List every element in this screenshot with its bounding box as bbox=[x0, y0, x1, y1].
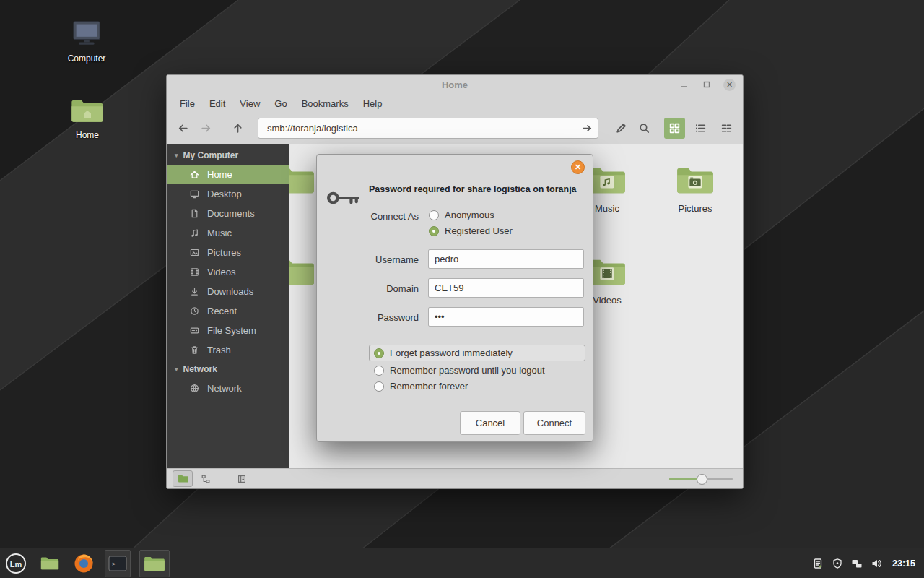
sidebar-item-network[interactable]: Network bbox=[167, 379, 289, 398]
computer-icon bbox=[70, 19, 103, 49]
maximize-button[interactable] bbox=[700, 78, 713, 91]
menu-bookmarks[interactable]: Bookmarks bbox=[295, 95, 356, 112]
radio-circle[interactable] bbox=[429, 226, 439, 236]
radio-registered-user[interactable]: Registered User bbox=[429, 225, 513, 236]
volume-tray-button[interactable] bbox=[870, 557, 883, 570]
key-icon bbox=[326, 186, 361, 210]
grid-view-icon bbox=[668, 122, 681, 134]
file-item-pictures[interactable]: Pictures bbox=[655, 163, 735, 214]
radio-circle[interactable] bbox=[374, 381, 384, 392]
sidebar-item-videos[interactable]: Videos bbox=[167, 262, 289, 282]
menubar: File Edit View Go Bookmarks Help bbox=[167, 94, 743, 113]
compact-view-icon bbox=[720, 122, 733, 134]
desktop-icon bbox=[189, 189, 200, 199]
zoom-handle[interactable] bbox=[697, 474, 707, 485]
menu-help[interactable]: Help bbox=[356, 95, 390, 112]
cancel-button[interactable]: Cancel bbox=[460, 411, 520, 435]
places-toggle-button[interactable] bbox=[173, 470, 193, 487]
desktop-icon-home[interactable]: Home bbox=[53, 95, 122, 140]
network-tray-button[interactable] bbox=[850, 557, 863, 570]
menu-file[interactable]: File bbox=[173, 95, 202, 112]
tray-notes-button[interactable] bbox=[811, 557, 824, 570]
password-dialog: ✕ Password required for share logistica … bbox=[316, 154, 593, 442]
username-label: Username bbox=[317, 254, 419, 265]
system-tray: 23:15 bbox=[811, 557, 924, 570]
minimize-button[interactable] bbox=[677, 78, 690, 91]
location-bar[interactable] bbox=[258, 118, 598, 139]
compact-view-button[interactable] bbox=[716, 118, 737, 139]
zoom-slider[interactable] bbox=[669, 478, 733, 480]
location-input[interactable] bbox=[266, 122, 581, 134]
statusbar bbox=[167, 468, 743, 488]
pane-icon bbox=[237, 474, 247, 484]
radio-circle[interactable] bbox=[374, 366, 384, 376]
sidebar-item-pictures[interactable]: Pictures bbox=[167, 243, 289, 262]
menu-edit[interactable]: Edit bbox=[202, 95, 232, 112]
domain-field[interactable] bbox=[428, 278, 584, 298]
edit-location-icon bbox=[615, 122, 627, 134]
tree-icon bbox=[201, 474, 211, 484]
sidebar-item-file-system[interactable]: File System bbox=[167, 321, 289, 340]
sidebar-section-my-computer[interactable]: ▾ My Computer bbox=[167, 146, 289, 165]
files-icon bbox=[40, 555, 60, 571]
firefox-icon bbox=[74, 553, 94, 574]
radio-anonymous[interactable]: Anonymous bbox=[429, 210, 494, 220]
network-icon bbox=[851, 558, 863, 569]
sidebar-item-music[interactable]: Music bbox=[167, 223, 289, 243]
radio-forget-password[interactable]: Forget password immediately bbox=[369, 345, 585, 361]
videos-icon bbox=[189, 267, 200, 277]
username-field[interactable] bbox=[428, 249, 584, 269]
desktop-icon-computer[interactable]: Computer bbox=[52, 19, 121, 64]
back-button[interactable] bbox=[173, 118, 193, 139]
firewall-tray-button[interactable] bbox=[831, 557, 844, 570]
toolbar bbox=[167, 113, 743, 144]
close-button[interactable]: ✕ bbox=[723, 79, 736, 91]
treeview-toggle-button[interactable] bbox=[196, 470, 216, 487]
menu-go[interactable]: Go bbox=[267, 95, 294, 112]
file-manager-window-button[interactable] bbox=[139, 550, 170, 577]
search-button[interactable] bbox=[634, 118, 655, 139]
back-arrow-icon bbox=[177, 122, 189, 134]
terminal-window-button[interactable]: >_ bbox=[105, 550, 131, 577]
edit-location-button[interactable] bbox=[611, 118, 632, 139]
firefox-launcher[interactable] bbox=[71, 551, 96, 576]
files-launcher[interactable] bbox=[38, 551, 62, 576]
partially-visible-folder[interactable] bbox=[289, 255, 317, 288]
radio-circle[interactable] bbox=[374, 348, 384, 358]
sidebar-item-trash[interactable]: Trash bbox=[167, 340, 289, 360]
partially-visible-folder[interactable] bbox=[289, 163, 317, 197]
dialog-title: Password required for share logistica on… bbox=[369, 184, 590, 196]
sidebar-item-home[interactable]: Home bbox=[167, 165, 289, 184]
radio-remember-until-logout[interactable]: Remember password until you logout bbox=[374, 365, 545, 376]
sidebar-item-downloads[interactable]: Downloads bbox=[167, 282, 289, 301]
home-window-icon bbox=[143, 554, 166, 573]
sidebar: ▾ My Computer Home Desktop Documents Mus… bbox=[167, 144, 289, 468]
sidebar-item-recent[interactable]: Recent bbox=[167, 301, 289, 321]
file-system-icon bbox=[189, 325, 200, 336]
up-button[interactable] bbox=[227, 118, 248, 139]
radio-remember-forever[interactable]: Remember forever bbox=[374, 381, 468, 392]
zoom-track[interactable] bbox=[669, 478, 733, 480]
sidebar-item-documents[interactable]: Documents bbox=[167, 204, 289, 223]
dialog-close-button[interactable]: ✕ bbox=[571, 160, 585, 174]
taskbar-clock[interactable]: 23:15 bbox=[892, 558, 915, 569]
titlebar[interactable]: Home ✕ bbox=[167, 75, 743, 94]
sidebar-section-network[interactable]: ▾ Network bbox=[167, 360, 289, 379]
forward-button[interactable] bbox=[196, 118, 217, 139]
go-arrow-icon[interactable] bbox=[581, 122, 593, 134]
list-view-icon bbox=[694, 122, 707, 134]
toggle-pane-button[interactable] bbox=[232, 470, 252, 487]
radio-circle[interactable] bbox=[429, 210, 439, 220]
list-view-button[interactable] bbox=[690, 118, 711, 139]
up-arrow-icon bbox=[232, 122, 244, 134]
password-field[interactable] bbox=[428, 307, 584, 327]
sidebar-item-desktop[interactable]: Desktop bbox=[167, 184, 289, 204]
menu-view[interactable]: View bbox=[232, 95, 267, 112]
forward-arrow-icon bbox=[200, 122, 212, 134]
mint-menu-button[interactable]: Lm bbox=[4, 551, 28, 576]
grid-view-button[interactable] bbox=[664, 118, 685, 139]
network-globe-icon bbox=[189, 383, 200, 394]
connect-button[interactable]: Connect bbox=[523, 411, 585, 435]
home-icon bbox=[189, 169, 200, 180]
home-folder-icon bbox=[69, 95, 105, 126]
